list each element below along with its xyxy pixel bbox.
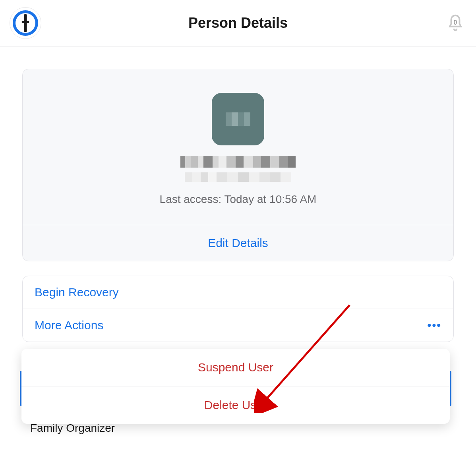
begin-recovery-label: Begin Recovery: [35, 286, 119, 299]
notifications-button[interactable]: 0: [446, 12, 465, 34]
person-email-redacted: [185, 172, 291, 182]
last-access-text: Last access: Today at 10:56 AM: [160, 193, 317, 206]
more-icon: •••: [428, 319, 441, 332]
more-actions-dropdown: Suspend User Delete User: [21, 349, 450, 424]
avatar-pixelated: [226, 112, 250, 126]
onepassword-icon: [13, 10, 38, 36]
main-content: Last access: Today at 10:56 AM Edit Deta…: [0, 46, 476, 364]
more-actions-button[interactable]: More Actions •••: [23, 309, 453, 342]
begin-recovery-button[interactable]: Begin Recovery: [23, 276, 453, 309]
header: Person Details 0: [0, 0, 476, 46]
more-actions-label: More Actions: [35, 319, 103, 332]
page-title: Person Details: [188, 15, 288, 31]
suspend-user-button[interactable]: Suspend User: [21, 349, 450, 386]
edit-details-button[interactable]: Edit Details: [208, 236, 268, 249]
profile-card: Last access: Today at 10:56 AM Edit Deta…: [22, 69, 454, 261]
delete-user-button[interactable]: Delete User: [21, 386, 450, 424]
avatar: [212, 93, 264, 145]
person-name-redacted: [180, 156, 296, 168]
svg-rect-1: [22, 21, 29, 23]
notif-badge: 0: [454, 19, 457, 26]
actions-list: Begin Recovery More Actions •••: [22, 276, 454, 342]
app-logo[interactable]: [10, 7, 41, 39]
